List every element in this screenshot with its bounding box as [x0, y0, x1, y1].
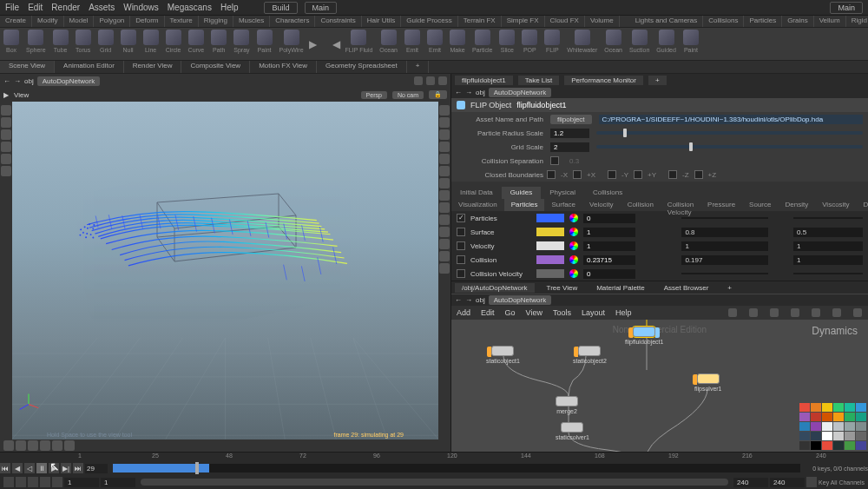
- params-tab[interactable]: Performance Monitor: [564, 76, 643, 85]
- palette-color[interactable]: [822, 441, 832, 450]
- net-menu-item[interactable]: View: [526, 308, 542, 317]
- param-checkbox[interactable]: [550, 156, 559, 165]
- palette-color[interactable]: [811, 422, 821, 431]
- net-menu-item[interactable]: Tools: [553, 308, 571, 317]
- viewport-3d[interactable]: Hold Space to use the view tool frame 29…: [12, 102, 438, 439]
- palette-color[interactable]: [822, 403, 832, 412]
- realtime-icon[interactable]: [3, 477, 14, 487]
- pin-icon[interactable]: [414, 76, 423, 85]
- brush-tool-icon[interactable]: [1, 154, 11, 164]
- palette-color[interactable]: [811, 403, 821, 412]
- palette-color[interactable]: [856, 441, 866, 450]
- display-options-icon[interactable]: [439, 154, 450, 164]
- net-menu-item[interactable]: Help: [615, 308, 632, 317]
- rotate-tool-icon[interactable]: [1, 129, 11, 140]
- param-subtab[interactable]: Velocity: [582, 199, 621, 211]
- tool-icon[interactable]: [439, 166, 450, 176]
- net-tab[interactable]: Asset Browser: [657, 283, 716, 293]
- viz-color-swatch[interactable]: [536, 241, 564, 250]
- shelf-tool[interactable]: Line: [140, 28, 162, 60]
- desktop-main[interactable]: Main: [305, 2, 338, 14]
- range-end-input[interactable]: 240: [733, 478, 768, 487]
- color-wheel-icon[interactable]: [569, 269, 578, 278]
- palette-color[interactable]: [822, 422, 832, 431]
- viz-value-input[interactable]: 0.23715: [583, 255, 635, 265]
- menu-render[interactable]: Render: [51, 3, 80, 12]
- viz-checkbox[interactable]: [457, 228, 465, 236]
- global-anim-icon[interactable]: [52, 477, 62, 487]
- move-tool-icon[interactable]: [1, 117, 11, 128]
- asset-name-tab[interactable]: flipobject: [550, 115, 592, 124]
- shelf-tab[interactable]: Rigging: [199, 16, 233, 27]
- pane-tab-anim[interactable]: Animation Editor: [55, 61, 124, 73]
- palette-color[interactable]: [799, 403, 810, 412]
- net-menu-item[interactable]: Layout: [582, 308, 605, 317]
- range-start-input[interactable]: 1: [64, 478, 99, 487]
- integer-frame-icon[interactable]: [28, 477, 38, 487]
- tool-icon[interactable]: [64, 440, 75, 451]
- palette-color[interactable]: [811, 441, 821, 450]
- global-end-input[interactable]: 240: [770, 478, 805, 487]
- palette-color[interactable]: [856, 403, 866, 412]
- viz-value-input[interactable]: 1: [793, 241, 863, 251]
- viz-color-swatch[interactable]: [536, 269, 564, 278]
- param-subtab[interactable]: Collision: [621, 199, 661, 211]
- viewport-path[interactable]: AutoDopNetwork: [37, 76, 100, 86]
- shelf-tool[interactable]: Torus: [72, 28, 95, 60]
- shelf-tool[interactable]: Paint: [253, 28, 276, 60]
- tool-icon[interactable]: [439, 178, 450, 188]
- shelf-tab[interactable]: Hair Utils: [362, 16, 401, 27]
- param-subtab[interactable]: Source: [742, 199, 778, 211]
- net-tab[interactable]: Material Palette: [589, 283, 652, 293]
- param-checkbox[interactable]: [573, 170, 582, 179]
- no-cam-button[interactable]: No cam: [392, 91, 424, 99]
- tool-icon[interactable]: [40, 440, 50, 451]
- tool-icon[interactable]: [28, 440, 38, 451]
- shelf-tool[interactable]: Circle: [162, 28, 185, 60]
- net-tool-icon[interactable]: [812, 308, 820, 317]
- shelf-tab[interactable]: Polygon: [94, 16, 130, 27]
- viz-value-input[interactable]: 1: [583, 228, 635, 237]
- current-frame-input[interactable]: 29: [85, 464, 108, 473]
- palette-color[interactable]: [833, 422, 844, 431]
- shelf-tab[interactable]: Create: [0, 16, 32, 27]
- params-tab[interactable]: flipfluidobject1: [455, 76, 513, 85]
- palette-color[interactable]: [799, 441, 810, 450]
- help-icon[interactable]: [426, 76, 435, 85]
- viz-value-input[interactable]: 1: [681, 241, 768, 251]
- param-slider[interactable]: [596, 145, 863, 149]
- playhead[interactable]: [195, 462, 199, 474]
- palette-color[interactable]: [845, 432, 855, 440]
- shelf-tool[interactable]: Paint: [680, 28, 702, 60]
- param-slider[interactable]: [596, 131, 863, 135]
- network-view[interactable]: Non-Commercial Edition Dynamics: [451, 320, 868, 452]
- param-tab[interactable]: Guides: [502, 187, 541, 199]
- tool-icon[interactable]: [439, 239, 450, 249]
- shelf-tool[interactable]: PolyWire: [276, 28, 307, 60]
- net-tool-icon[interactable]: [791, 308, 799, 317]
- menu-megascans[interactable]: Megascans: [168, 3, 212, 12]
- lighting-icon[interactable]: [439, 142, 450, 152]
- select-tool-icon[interactable]: [1, 105, 11, 116]
- tool-icon[interactable]: [439, 251, 450, 261]
- palette-color[interactable]: [856, 422, 866, 431]
- shaded-icon[interactable]: [439, 129, 450, 140]
- shelf-tab[interactable]: Simple FX: [502, 16, 545, 27]
- pane-tab-comp[interactable]: Composite View: [181, 61, 250, 73]
- tool-icon[interactable]: [52, 440, 62, 451]
- net-tool-icon[interactable]: [853, 308, 862, 317]
- color-wheel-icon[interactable]: [569, 214, 578, 222]
- palette-color[interactable]: [833, 432, 844, 440]
- asset-path-field[interactable]: C:/PROGRA~1/SIDEEFF~1/HOUDINI~1.383/houd…: [599, 115, 863, 124]
- param-subtab[interactable]: Pressure: [700, 199, 742, 211]
- param-subtab[interactable]: Viscosity: [815, 199, 856, 211]
- palette-color[interactable]: [833, 413, 844, 421]
- color-wheel-icon[interactable]: [569, 228, 578, 236]
- palette-color[interactable]: [799, 432, 810, 440]
- viz-color-swatch[interactable]: [536, 255, 564, 264]
- network-path[interactable]: AutoDopNetwork: [489, 295, 551, 305]
- viz-value-input[interactable]: 0.5: [793, 228, 863, 237]
- palette-color[interactable]: [799, 422, 810, 431]
- shelf-tool[interactable]: Tube: [49, 28, 72, 60]
- palette-color[interactable]: [822, 432, 832, 440]
